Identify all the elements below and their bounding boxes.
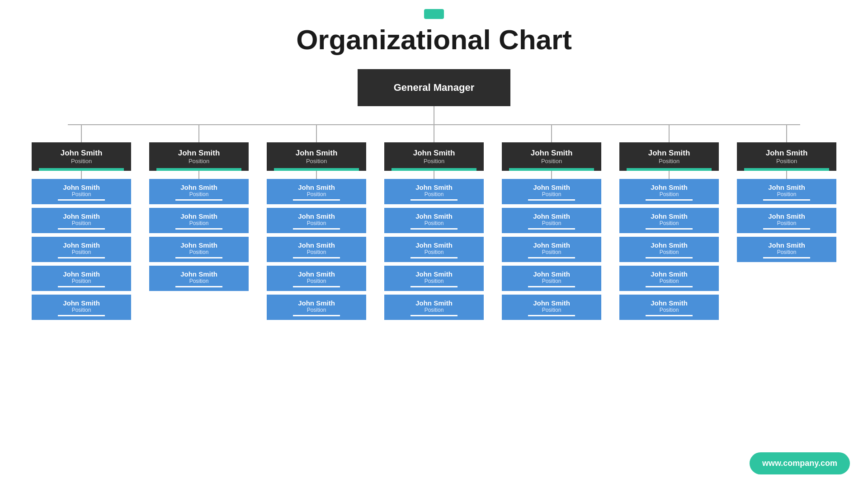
sub-white-bar-3-1 bbox=[410, 228, 457, 230]
sub-pos-1-2: Position bbox=[156, 249, 241, 255]
sub-name-4-3: John Smith bbox=[509, 270, 594, 278]
sub-white-bar-2-3 bbox=[293, 286, 340, 287]
sub-card-2-3: John SmithPosition bbox=[267, 266, 366, 291]
sub-pos-3-2: Position bbox=[392, 249, 476, 255]
sub-name-6-1: John Smith bbox=[744, 212, 829, 220]
sub-white-bar-4-2 bbox=[528, 257, 575, 258]
footer-badge: www.company.com bbox=[750, 452, 850, 474]
sub-card-4-1: John SmithPosition bbox=[502, 208, 601, 233]
sub-card-0-4: John SmithPosition bbox=[32, 295, 131, 320]
dept-head-name-5: John Smith bbox=[627, 149, 712, 158]
sub-card-5-2: John SmithPosition bbox=[619, 237, 719, 262]
v-line-mid-5 bbox=[669, 171, 670, 179]
sub-white-bar-2-0 bbox=[293, 199, 340, 201]
sub-card-3-2: John SmithPosition bbox=[384, 237, 484, 262]
sub-pos-0-0: Position bbox=[39, 191, 124, 197]
sub-pos-4-4: Position bbox=[509, 307, 594, 313]
sub-white-bar-2-2 bbox=[293, 257, 340, 258]
sub-white-bar-4-0 bbox=[528, 199, 575, 201]
sub-pos-2-4: Position bbox=[274, 307, 359, 313]
dept-column-0: John SmithPositionJohn SmithPositionJohn… bbox=[32, 125, 131, 324]
dept-head-pos-4: Position bbox=[509, 158, 594, 164]
sub-name-2-2: John Smith bbox=[274, 241, 359, 249]
sub-card-6-0: John SmithPosition bbox=[737, 179, 836, 204]
sub-white-bar-1-2 bbox=[175, 257, 222, 258]
v-line-top-0 bbox=[81, 125, 82, 142]
sub-card-5-1: John SmithPosition bbox=[619, 208, 719, 233]
sub-white-bar-2-4 bbox=[293, 315, 340, 316]
sub-pos-1-3: Position bbox=[156, 278, 241, 284]
v-line-top-2 bbox=[316, 125, 317, 142]
dept-head-pos-3: Position bbox=[392, 158, 476, 164]
sub-card-6-2: John SmithPosition bbox=[737, 237, 836, 262]
sub-card-2-2: John SmithPosition bbox=[267, 237, 366, 262]
sub-white-bar-2-1 bbox=[293, 228, 340, 230]
sub-card-5-3: John SmithPosition bbox=[619, 266, 719, 291]
sub-card-0-1: John SmithPosition bbox=[32, 208, 131, 233]
sub-pos-4-0: Position bbox=[509, 191, 594, 197]
sub-card-2-1: John SmithPosition bbox=[267, 208, 366, 233]
dept-head-pos-5: Position bbox=[627, 158, 712, 164]
sub-name-0-4: John Smith bbox=[39, 299, 124, 307]
sub-white-bar-3-2 bbox=[410, 257, 457, 258]
v-line-mid-4 bbox=[551, 171, 552, 179]
dept-head-card-6: John SmithPosition bbox=[737, 142, 836, 171]
sub-card-0-3: John SmithPosition bbox=[32, 266, 131, 291]
v-line-top-3 bbox=[434, 125, 434, 142]
sub-pos-3-1: Position bbox=[392, 220, 476, 226]
sub-pos-2-3: Position bbox=[274, 278, 359, 284]
dept-head-pos-1: Position bbox=[156, 158, 241, 164]
sub-white-bar-1-1 bbox=[175, 228, 222, 230]
dept-column-4: John SmithPositionJohn SmithPositionJohn… bbox=[502, 125, 601, 324]
dept-column-1: John SmithPositionJohn SmithPositionJohn… bbox=[149, 125, 249, 324]
sub-pos-5-0: Position bbox=[627, 191, 712, 197]
sub-name-3-4: John Smith bbox=[392, 299, 476, 307]
sub-pos-2-1: Position bbox=[274, 220, 359, 226]
sub-pos-4-1: Position bbox=[509, 220, 594, 226]
sub-card-2-0: John SmithPosition bbox=[267, 179, 366, 204]
sub-pos-6-0: Position bbox=[744, 191, 829, 197]
sub-pos-2-2: Position bbox=[274, 249, 359, 255]
sub-card-3-0: John SmithPosition bbox=[384, 179, 484, 204]
sub-card-2-4: John SmithPosition bbox=[267, 295, 366, 320]
sub-pos-0-1: Position bbox=[39, 220, 124, 226]
dept-head-card-1: John SmithPosition bbox=[149, 142, 249, 171]
dept-head-card-2: John SmithPosition bbox=[267, 142, 366, 171]
sub-pos-1-1: Position bbox=[156, 220, 241, 226]
sub-white-bar-6-0 bbox=[763, 199, 810, 201]
dept-head-name-1: John Smith bbox=[156, 149, 241, 158]
sub-pos-4-3: Position bbox=[509, 278, 594, 284]
dept-head-card-4: John SmithPosition bbox=[502, 142, 601, 171]
page-container: Organizational Chart General Manager Joh… bbox=[0, 0, 868, 488]
sub-card-4-0: John SmithPosition bbox=[502, 179, 601, 204]
sub-card-3-4: John SmithPosition bbox=[384, 295, 484, 320]
sub-pos-5-4: Position bbox=[627, 307, 712, 313]
dept-head-card-3: John SmithPosition bbox=[384, 142, 484, 171]
sub-name-4-1: John Smith bbox=[509, 212, 594, 220]
dept-head-name-2: John Smith bbox=[274, 149, 359, 158]
sub-pos-0-4: Position bbox=[39, 307, 124, 313]
sub-pos-2-0: Position bbox=[274, 191, 359, 197]
sub-card-4-4: John SmithPosition bbox=[502, 295, 601, 320]
v-line-top-4 bbox=[551, 125, 552, 142]
dept-head-name-0: John Smith bbox=[39, 149, 124, 158]
sub-white-bar-4-3 bbox=[528, 286, 575, 287]
sub-pos-5-1: Position bbox=[627, 220, 712, 226]
sub-name-2-4: John Smith bbox=[274, 299, 359, 307]
level1-row: John SmithPositionJohn SmithPositionJohn… bbox=[68, 125, 800, 324]
gm-label: General Manager bbox=[394, 82, 475, 93]
sub-white-bar-3-3 bbox=[410, 286, 457, 287]
gm-box: General Manager bbox=[358, 69, 511, 106]
sub-name-4-0: John Smith bbox=[509, 183, 594, 191]
sub-white-bar-5-2 bbox=[646, 257, 692, 258]
sub-name-5-4: John Smith bbox=[627, 299, 712, 307]
sub-name-6-2: John Smith bbox=[744, 241, 829, 249]
v-line-top-1 bbox=[198, 125, 199, 142]
sub-pos-6-1: Position bbox=[744, 220, 829, 226]
dept-head-name-4: John Smith bbox=[509, 149, 594, 158]
sub-pos-4-2: Position bbox=[509, 249, 594, 255]
sub-white-bar-4-4 bbox=[528, 315, 575, 316]
v-line-mid-6 bbox=[786, 171, 787, 179]
sub-pos-5-3: Position bbox=[627, 278, 712, 284]
sub-name-4-4: John Smith bbox=[509, 299, 594, 307]
